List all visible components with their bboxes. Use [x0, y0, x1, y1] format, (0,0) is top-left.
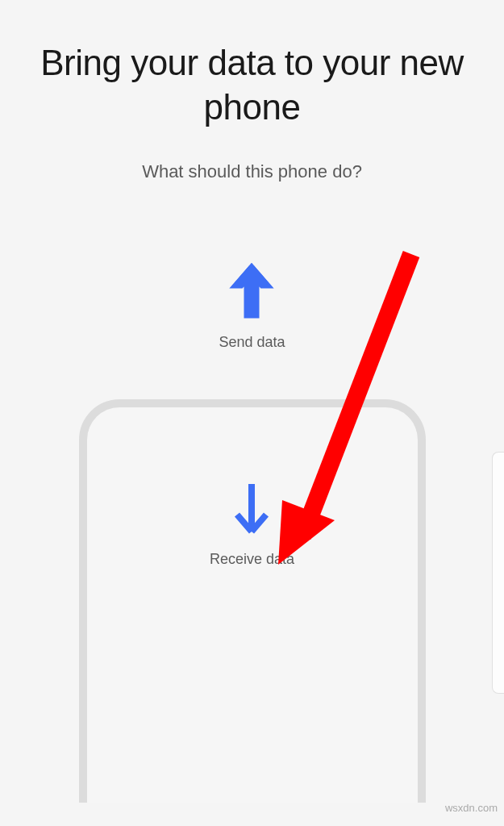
send-data-label: Send data — [219, 334, 285, 351]
side-panel — [492, 452, 504, 694]
send-data-button[interactable]: Send data — [219, 263, 285, 351]
receive-data-label: Receive data — [210, 551, 294, 568]
receive-content: Receive data — [210, 480, 294, 568]
page-title: Bring your data to your new phone — [0, 40, 504, 129]
main-container: Bring your data to your new phone What s… — [0, 0, 504, 826]
watermark-text: wsxdn.com — [445, 802, 498, 814]
receive-data-button[interactable]: Receive data — [79, 399, 426, 803]
arrow-up-icon — [227, 263, 276, 319]
page-subtitle: What should this phone do? — [142, 161, 362, 182]
arrow-down-icon — [227, 480, 276, 536]
